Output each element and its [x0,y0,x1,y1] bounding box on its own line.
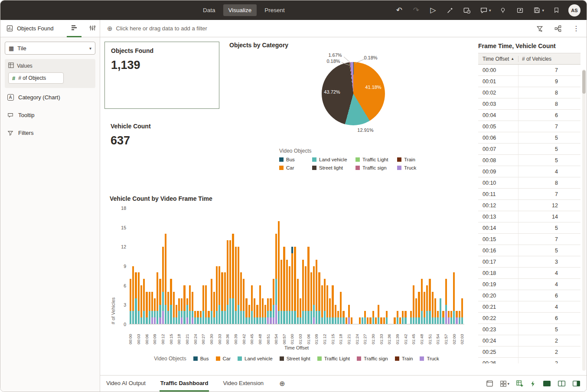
properties-panel-tab[interactable] [85,20,100,37]
stacked-bar[interactable] [404,208,406,324]
table-row[interactable]: 00:226 [478,313,580,324]
stacked-bar[interactable] [448,208,450,324]
stacked-bar[interactable] [450,208,452,324]
stacked-bar[interactable] [372,208,374,324]
stacked-bar[interactable] [273,208,274,324]
stacked-bar[interactable] [432,208,434,324]
stacked-bar[interactable] [326,208,328,324]
stacked-bar[interactable] [183,208,185,324]
stacked-bar[interactable] [278,208,280,324]
kebab-menu-icon[interactable]: ⋮ [573,24,580,33]
stacked-bar[interactable] [186,208,188,324]
stacked-bar[interactable] [421,208,423,324]
table-row[interactable]: 00:117 [478,189,580,200]
stacked-bar[interactable] [264,208,266,324]
auto-insights-wand-icon[interactable] [445,5,455,16]
stacked-bar[interactable] [302,208,304,324]
stacked-bar[interactable] [256,208,258,324]
stacked-bar[interactable] [140,208,142,324]
table-row[interactable]: 00:235 [478,324,580,335]
table-row[interactable]: 00:194 [478,279,580,290]
stacked-bar[interactable] [391,208,393,324]
stacked-bar[interactable] [173,208,175,324]
legend-item[interactable]: Traffic sign [357,356,388,361]
grammar-panel-tab[interactable] [67,20,82,37]
canvas-properties-icon[interactable] [486,380,493,387]
comments-icon[interactable] [479,5,489,16]
sort-ascending-icon[interactable]: ▲ [511,57,514,61]
filter-prompt[interactable]: Click here or drag data to add a filter [116,25,207,32]
stacked-bar[interactable] [229,208,231,324]
stacked-bar[interactable] [291,208,293,324]
legend-item[interactable]: Traffic Light [317,356,350,361]
stacked-bar[interactable] [316,208,317,324]
stacked-bar[interactable] [380,208,382,324]
stacked-bar[interactable] [213,208,215,324]
legend-item[interactable]: Street light [312,165,355,170]
tab-data[interactable]: Data [198,4,221,16]
stacked-bar[interactable] [346,208,347,324]
stacked-bar[interactable] [135,208,137,324]
stacked-bar[interactable] [351,208,352,324]
table-row[interactable]: 00:173 [478,256,580,268]
stacked-bar[interactable] [259,208,261,324]
quick-insights-bolt-icon[interactable] [530,380,536,387]
scrollbar-thumb[interactable] [582,70,586,94]
bar-visualization[interactable]: Vehicle Count by Video Frame Time # of V… [104,189,477,375]
stacked-bar[interactable] [410,208,412,324]
legend-item[interactable]: Car [279,165,312,170]
stacked-bar[interactable] [369,208,371,324]
table-row[interactable]: 00:085 [478,155,580,166]
stacked-bar[interactable] [157,208,158,324]
table-row[interactable]: 00:028 [478,87,580,98]
chevron-down-icon[interactable]: ▾ [507,382,509,386]
stacked-bar[interactable] [437,208,439,324]
table-row[interactable]: 00:262 [478,358,580,363]
add-data-panel-icon[interactable] [516,380,523,387]
legend-item[interactable]: Land vehicle [238,356,273,361]
stacked-bar[interactable] [224,208,226,324]
bookmark-icon[interactable] [551,5,561,16]
layout-split-icon[interactable] [558,380,566,387]
stacked-bar[interactable] [402,208,404,324]
tooltip-drop-target[interactable]: Tooltip [5,107,95,124]
stacked-bar[interactable] [434,208,436,324]
chevron-down-icon[interactable]: ▾ [489,8,491,13]
stacked-bar[interactable] [202,208,204,324]
column-header-vehicles[interactable]: # of Vehicles [518,56,580,62]
legend-item[interactable]: Land vehicle [312,157,355,162]
table-row[interactable]: 00:242 [478,335,580,346]
legend-item[interactable]: Train [395,356,413,361]
table-row[interactable]: 00:019 [478,76,580,87]
table-row[interactable]: 00:1212 [478,200,580,211]
stacked-bar[interactable] [364,208,366,324]
stacked-bar[interactable] [397,208,398,324]
stacked-bar[interactable] [283,208,285,324]
filter-funnel-icon[interactable] [536,25,543,32]
legend-item[interactable]: Truck [397,165,427,170]
stacked-bar[interactable] [399,208,401,324]
stacked-bar[interactable] [194,208,196,324]
legend-item[interactable]: Bus [279,157,312,162]
run-icon[interactable]: ▷ [428,5,438,16]
stacked-bar[interactable] [375,208,377,324]
stacked-bar[interactable] [211,208,212,324]
stacked-bar[interactable] [386,208,388,324]
filters-drop-target[interactable]: Filters [5,124,95,141]
stacked-bar[interactable] [383,208,385,324]
stacked-bar[interactable] [280,208,282,324]
table-scrollbar[interactable] [582,69,586,371]
redo-icon[interactable]: ↷ [411,5,421,16]
stacked-bar[interactable] [218,208,220,324]
table-row[interactable]: 00:165 [478,245,580,256]
table-row[interactable]: 00:094 [478,166,580,177]
undo-icon[interactable]: ↶ [395,5,404,16]
stacked-bar[interactable] [267,208,269,324]
stacked-bar[interactable] [353,208,355,324]
stacked-bar[interactable] [337,208,339,324]
table-row[interactable]: 00:057 [478,121,580,132]
layout-single-icon[interactable] [543,380,551,387]
stacked-bar[interactable] [235,208,237,324]
viz-type-select[interactable]: ▦ Tile ▾ [5,42,95,55]
bind-parameters-icon[interactable] [554,25,561,32]
